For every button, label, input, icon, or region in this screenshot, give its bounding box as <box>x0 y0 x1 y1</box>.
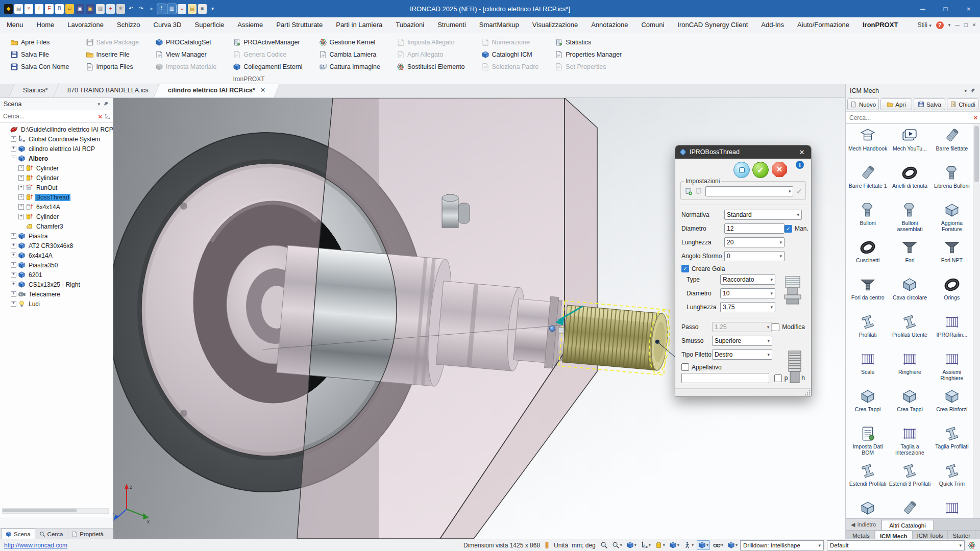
catalog-scrollbar[interactable] <box>973 124 980 518</box>
catalog-item-taglia-a-intersezione[interactable]: Taglia a intersezione <box>889 424 930 461</box>
other-catalogs-tab[interactable]: Altri Cataloghi <box>881 520 934 530</box>
ribbon-button-inserire-file[interactable]: Inserire File <box>84 48 141 60</box>
ribbon-button-properties-manager[interactable]: Properties Manager <box>553 48 624 60</box>
p-checkbox[interactable] <box>774 374 782 382</box>
panel-toggle-icon[interactable]: ▥ <box>167 4 176 14</box>
modifica-checkbox[interactable] <box>772 323 779 331</box>
menu-item-tubazioni[interactable]: Tubazioni <box>389 17 431 33</box>
ironcad-link[interactable]: http://www.ironcad.com <box>4 542 67 549</box>
catalog-item-imposta-dati-bom[interactable]: Imposta Dati BOM <box>847 424 889 461</box>
diametro-input[interactable] <box>724 223 785 234</box>
tree-expander-icon[interactable]: + <box>18 194 24 200</box>
tree-row[interactable]: +Cylinder <box>1 173 113 183</box>
tree-row[interactable]: +Luci <box>1 299 113 309</box>
catalog-pin-icon[interactable] <box>970 88 976 94</box>
tree-expander-icon[interactable]: + <box>18 175 24 181</box>
catalog-salva-button[interactable]: Salva <box>914 98 945 110</box>
catalog-item[interactable] <box>889 498 930 518</box>
undo-icon[interactable]: ↶ <box>127 4 135 14</box>
catalog-item-anelli-di-tenuta[interactable]: Anelli di tenuta <box>889 163 930 201</box>
ribbon-button-gestione-kernel[interactable]: Gestione Kernel <box>317 36 382 48</box>
delete-config-icon[interactable] <box>695 187 703 195</box>
ribbon-button-proactivemanager[interactable]: PROActiveManager <box>231 36 304 48</box>
new-document-icon[interactable]: ▤ <box>14 4 23 14</box>
catalog-item-crea-rinforzi[interactable]: Crea Rinforzi <box>931 387 973 424</box>
catalog-item-cava-circolare[interactable]: Cava circolare <box>889 275 930 312</box>
tree-row[interactable]: +Cylinder <box>1 163 113 173</box>
ribbon-button-collegamenti-esterni[interactable]: Collegamenti Esterni <box>231 61 304 72</box>
catalog-item-bulloni[interactable]: Bulloni <box>847 201 889 238</box>
tree-expander-icon[interactable]: + <box>18 214 24 219</box>
catalog-item-orings[interactable]: Orings <box>931 275 973 312</box>
left-panel-tab-scena[interactable]: Scena <box>1 529 35 539</box>
tree-expander-icon[interactable]: + <box>11 146 16 152</box>
axis-view-icon[interactable]: ▾ <box>640 541 652 549</box>
pan-view-icon[interactable]: ▾ <box>625 541 638 549</box>
open-folder-icon[interactable]: ▱ <box>65 4 74 14</box>
ribbon-button-importa-files[interactable]: Importa Files <box>84 61 141 72</box>
new-part-icon[interactable]: B <box>55 4 64 14</box>
tree-expander-icon[interactable]: + <box>11 253 16 258</box>
menu-item-smartmarkup[interactable]: SmartMarkup <box>473 17 526 33</box>
passo-select[interactable]: 1.25▾ <box>712 322 772 332</box>
catalog-item-bulloni-assemblati[interactable]: Bulloni assemblati <box>889 201 930 238</box>
redo-icon[interactable]: ↷ <box>137 4 145 14</box>
connections-icon[interactable] <box>968 541 976 549</box>
catalog-item-scale[interactable]: Scale <box>847 349 889 387</box>
new-scene-icon[interactable]: × <box>24 4 33 14</box>
menu-item-parti-strutturate[interactable]: Parti Strutturate <box>270 17 329 33</box>
apply-config-icon[interactable]: ✓ <box>796 187 802 196</box>
new-sheet-icon[interactable]: E <box>45 4 54 14</box>
catalog-clear-search-icon[interactable]: × <box>973 114 977 121</box>
close-button[interactable]: × <box>957 0 980 17</box>
menu-item-add-ins[interactable]: Add-Ins <box>754 17 791 33</box>
tree-row[interactable]: +Piastra <box>1 231 113 241</box>
print-icon[interactable]: ▨ <box>96 4 105 14</box>
tree-expander-icon[interactable]: + <box>11 233 16 239</box>
ribbon-button-statistics[interactable]: Statistics <box>553 36 624 48</box>
left-panel-tab-propriet-[interactable]: Proprietà <box>67 529 108 539</box>
tree-expander-icon[interactable]: + <box>11 301 16 307</box>
render-style-select[interactable]: Default▾ <box>827 540 965 550</box>
sphere-handle[interactable] <box>550 326 555 332</box>
normativa-select[interactable]: Standard▾ <box>724 210 802 220</box>
clear-search-icon[interactable]: × <box>98 113 102 120</box>
smusso-select[interactable]: Superiore▾ <box>712 336 772 346</box>
ribbon-button-salva-con-nome[interactable]: Salva Con Nome <box>8 61 71 72</box>
menu-item-curva-3d[interactable]: Curva 3D <box>147 17 188 33</box>
catalog-item[interactable] <box>847 498 889 518</box>
save-icon[interactable]: ▣ <box>76 4 84 14</box>
tree-expander-icon[interactable]: − <box>11 156 16 161</box>
tree-row[interactable]: +6x4x14A <box>1 202 113 212</box>
pin-icon[interactable] <box>103 101 109 107</box>
tree-expander-icon[interactable]: + <box>11 136 16 142</box>
tree-expander-icon[interactable]: + <box>11 243 16 248</box>
drilldown-select[interactable]: Drilldown: Intellishape▾ <box>740 540 824 550</box>
grab-icon[interactable]: ✱ <box>116 4 125 14</box>
menu-item-assieme[interactable]: Assieme <box>231 17 270 33</box>
catalog-item-libreria-bulloni[interactable]: Libreria Bulloni <box>931 163 973 201</box>
tree-row[interactable]: +6x4x14A <box>1 251 113 260</box>
tree-expander-icon[interactable]: + <box>11 262 16 268</box>
cube-view-icon[interactable]: ▾ <box>668 541 680 549</box>
dialog-pause-button[interactable] <box>733 162 750 178</box>
tree-expander-icon[interactable]: + <box>11 272 16 278</box>
gola-type-select[interactable]: Raccordato▾ <box>720 274 775 285</box>
zoom-icon[interactable] <box>599 541 609 549</box>
catalog-item-estendi-3-profilati[interactable]: Estendi 3 Profilati <box>889 461 930 498</box>
config-select[interactable]: ▾ <box>705 186 793 196</box>
catalog-item-fori[interactable]: Fori <box>889 238 930 275</box>
render-mode-icon[interactable]: ▾ <box>726 541 739 549</box>
tree-horizontal-scrollbar[interactable] <box>2 508 109 514</box>
menu-item-superficie[interactable]: Superficie <box>188 17 231 33</box>
menu-item-annotazione[interactable]: Annotazione <box>584 17 634 33</box>
catalog-item-iprorailin-[interactable]: IPRORailin... <box>931 312 973 349</box>
appellativo-checkbox[interactable] <box>681 363 689 371</box>
menu-item-aiuto-formazione[interactable]: Aiuto/Formazione <box>791 17 856 33</box>
catalog-item-barre-filettate-1[interactable]: Barre Filettate 1 <box>847 163 889 201</box>
dialog-ok-button[interactable]: ✓ <box>752 162 769 178</box>
catalog-item-assiemi-ringhiere[interactable]: Assiemi Ringhiere <box>931 349 973 387</box>
doc-restore-button[interactable]: □ <box>964 21 968 29</box>
dialog-close-icon[interactable]: ✕ <box>793 148 811 156</box>
tree-row[interactable]: +Telecamere <box>1 289 113 299</box>
